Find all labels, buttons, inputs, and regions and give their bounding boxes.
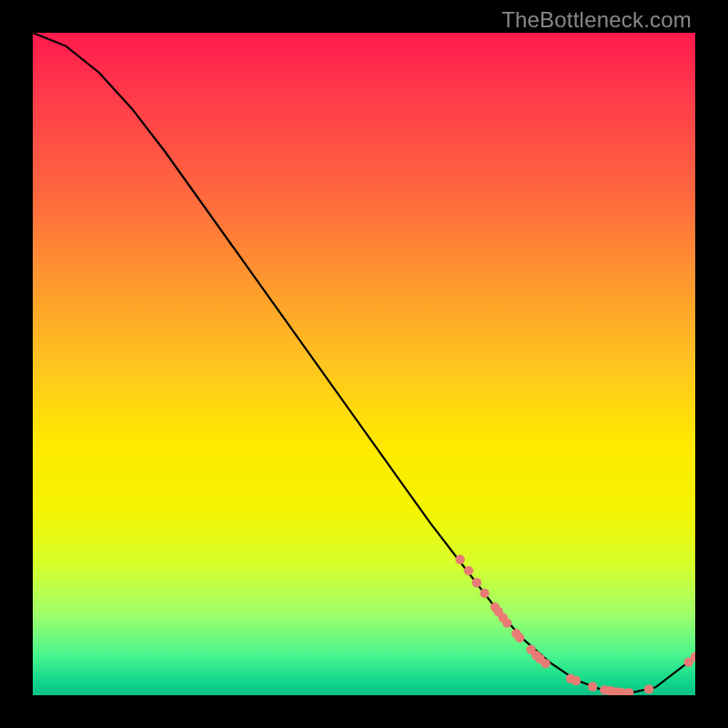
chart-frame: TheBottleneck.com (0, 0, 728, 728)
plot-area (33, 33, 695, 695)
watermark-text: TheBottleneck.com (501, 7, 692, 33)
